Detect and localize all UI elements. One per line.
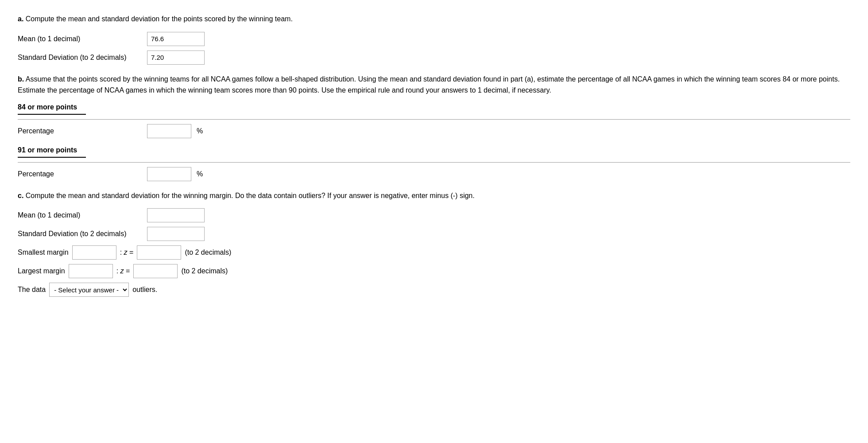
c-mean-row: Mean (to 1 decimal): [18, 208, 850, 222]
section-91-pct-row: Percentage %: [18, 167, 850, 181]
section-91: 91 or more points Percentage %: [18, 146, 850, 181]
largest-decimals-label: (to 2 decimals): [181, 267, 228, 275]
part-c-question-text: Compute the mean and standard deviation …: [26, 192, 475, 199]
part-a-section: a. Compute the mean and standard deviati…: [18, 13, 850, 65]
std-input[interactable]: [147, 51, 205, 65]
mean-label: Mean (to 1 decimal): [18, 35, 142, 43]
part-a-question: a. Compute the mean and standard deviati…: [18, 13, 850, 25]
section-84: 84 or more points Percentage %: [18, 103, 850, 138]
outliers-select[interactable]: - Select your answer - contain do not co…: [49, 283, 129, 297]
section-91-pct-label: Percentage: [18, 170, 142, 178]
mean-row: Mean (to 1 decimal): [18, 32, 850, 46]
part-c-section: c. Compute the mean and standard deviati…: [18, 190, 850, 297]
outliers-label: outliers.: [132, 286, 157, 294]
section-84-pct-label: Percentage: [18, 127, 142, 135]
largest-margin-label: Largest margin: [18, 267, 65, 275]
section-91-header: 91 or more points: [18, 146, 86, 158]
c-std-row: Standard Deviation (to 2 decimals): [18, 227, 850, 241]
the-data-label: The data: [18, 286, 46, 294]
part-b-question-text: Assume that the points scored by the win…: [18, 75, 840, 94]
smallest-margin-row: Smallest margin : z = (to 2 decimals): [18, 245, 850, 260]
smallest-z-input[interactable]: [137, 245, 181, 260]
largest-margin-input[interactable]: [69, 264, 113, 278]
c-std-label: Standard Deviation (to 2 decimals): [18, 230, 142, 238]
std-row: Standard Deviation (to 2 decimals): [18, 51, 850, 65]
smallest-margin-input[interactable]: [72, 245, 116, 260]
section-84-pct-symbol: %: [197, 127, 203, 135]
c-mean-label: Mean (to 1 decimal): [18, 211, 142, 219]
largest-z-input[interactable]: [133, 264, 178, 278]
part-b-question: b. Assume that the points scored by the …: [18, 74, 850, 96]
part-c-question: c. Compute the mean and standard deviati…: [18, 190, 850, 202]
smallest-z-label: : z =: [120, 249, 134, 256]
section-84-header: 84 or more points: [18, 103, 86, 115]
part-b-section: b. Assume that the points scored by the …: [18, 74, 850, 181]
largest-margin-row: Largest margin : z = (to 2 decimals): [18, 264, 850, 278]
section-91-pct-input[interactable]: [147, 167, 191, 181]
part-c-label: c.: [18, 192, 23, 199]
c-std-input[interactable]: [147, 227, 205, 241]
section-84-pct-row: Percentage %: [18, 124, 850, 138]
section-91-pct-symbol: %: [197, 170, 203, 178]
part-a-question-text: Compute the mean and standard deviation …: [26, 15, 293, 23]
largest-z-label: : z =: [116, 267, 130, 275]
smallest-decimals-label: (to 2 decimals): [185, 249, 231, 256]
smallest-margin-label: Smallest margin: [18, 249, 69, 256]
mean-input[interactable]: [147, 32, 205, 46]
the-data-row: The data - Select your answer - contain …: [18, 283, 850, 297]
section-84-pct-input[interactable]: [147, 124, 191, 138]
part-b-label: b.: [18, 75, 24, 83]
c-mean-input[interactable]: [147, 208, 205, 222]
part-a-label: a.: [18, 15, 23, 23]
std-label: Standard Deviation (to 2 decimals): [18, 54, 142, 62]
